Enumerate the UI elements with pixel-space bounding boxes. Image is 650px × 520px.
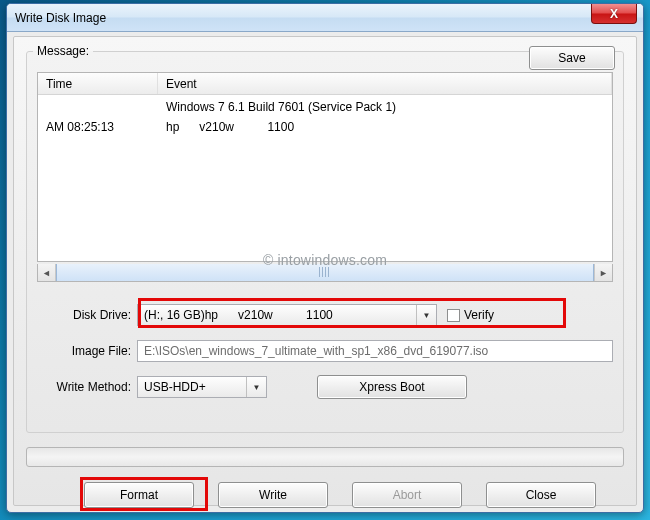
write-method-combo[interactable]: USB-HDD+ ▼ [137, 376, 267, 398]
client-area: Message: Save Time Event Windows 7 6.1 B… [13, 36, 637, 506]
disk-drive-combo[interactable]: (H:, 16 GB)hp v210w 1100 ▼ [137, 304, 437, 326]
listview-header: Time Event [38, 73, 612, 95]
xpress-boot-label: Xpress Boot [359, 380, 424, 394]
write-method-value: USB-HDD+ [144, 380, 206, 394]
horizontal-scrollbar[interactable]: ◄ ► [37, 264, 613, 282]
column-time[interactable]: Time [38, 73, 158, 94]
cell-event: hp v210w 1100 [158, 120, 612, 134]
listview-body: Windows 7 6.1 Build 7601 (Service Pack 1… [38, 95, 612, 261]
chevron-down-icon: ▼ [246, 377, 266, 397]
list-item[interactable]: Windows 7 6.1 Build 7601 (Service Pack 1… [38, 97, 612, 117]
save-button[interactable]: Save [529, 46, 615, 70]
write-method-row: Write Method: USB-HDD+ ▼ Xpress Boot [37, 374, 613, 400]
disk-drive-value: (H:, 16 GB)hp v210w 1100 [144, 308, 333, 322]
write-button-label: Write [259, 488, 287, 502]
cell-time: AM 08:25:13 [38, 120, 158, 134]
image-file-value: E:\ISOs\en_windows_7_ultimate_with_sp1_x… [144, 344, 488, 358]
format-button-label: Format [120, 488, 158, 502]
abort-button-label: Abort [393, 488, 422, 502]
message-group: Message: Save Time Event Windows 7 6.1 B… [26, 51, 624, 433]
bottom-button-bar: Format Write Abort Close [84, 482, 596, 510]
cell-event: Windows 7 6.1 Build 7601 (Service Pack 1… [158, 100, 612, 114]
xpress-boot-button[interactable]: Xpress Boot [317, 375, 467, 399]
close-window-button[interactable]: X [591, 4, 637, 24]
write-disk-image-window: Write Disk Image X Message: Save Time Ev… [6, 3, 644, 513]
scroll-left-icon[interactable]: ◄ [38, 264, 56, 281]
abort-button: Abort [352, 482, 462, 508]
write-button[interactable]: Write [218, 482, 328, 508]
save-button-label: Save [558, 51, 585, 65]
verify-label: Verify [464, 308, 494, 322]
write-method-label: Write Method: [37, 380, 137, 394]
image-file-row: Image File: E:\ISOs\en_windows_7_ultimat… [37, 338, 613, 364]
scroll-thumb[interactable] [56, 264, 594, 281]
scroll-right-icon[interactable]: ► [594, 264, 612, 281]
disk-drive-row: Disk Drive: (H:, 16 GB)hp v210w 1100 ▼ V… [37, 302, 613, 328]
titlebar[interactable]: Write Disk Image X [7, 4, 643, 32]
window-title: Write Disk Image [15, 11, 106, 25]
image-file-label: Image File: [37, 344, 137, 358]
list-item[interactable]: AM 08:25:13 hp v210w 1100 [38, 117, 612, 137]
scroll-track[interactable] [56, 264, 594, 281]
format-button[interactable]: Format [84, 482, 194, 508]
disk-drive-label: Disk Drive: [37, 308, 137, 322]
checkbox-box [447, 309, 460, 322]
close-button[interactable]: Close [486, 482, 596, 508]
column-event[interactable]: Event [158, 73, 612, 94]
message-listview[interactable]: Time Event Windows 7 6.1 Build 7601 (Ser… [37, 72, 613, 262]
image-file-field[interactable]: E:\ISOs\en_windows_7_ultimate_with_sp1_x… [137, 340, 613, 362]
close-button-label: Close [526, 488, 557, 502]
chevron-down-icon: ▼ [416, 305, 436, 325]
progress-bar [26, 447, 624, 467]
message-label: Message: [35, 44, 91, 58]
close-icon: X [610, 7, 618, 21]
verify-checkbox[interactable]: Verify [447, 308, 494, 322]
